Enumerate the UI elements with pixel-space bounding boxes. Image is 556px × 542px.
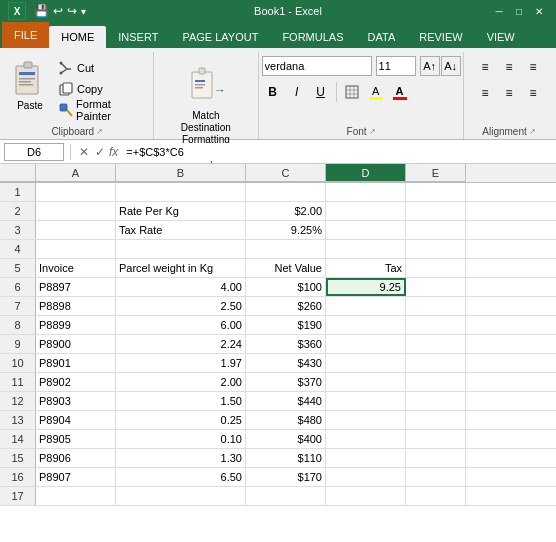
col-header-e[interactable]: E xyxy=(406,164,466,182)
align-bottom-left-button[interactable]: ≡ xyxy=(474,82,496,104)
font-name-input[interactable] xyxy=(262,56,372,76)
cut-button[interactable]: Cut xyxy=(56,58,147,78)
col-header-a[interactable]: A xyxy=(36,164,116,182)
cell-d14[interactable] xyxy=(326,430,406,448)
border-button[interactable] xyxy=(341,81,363,103)
font-size-increase-button[interactable]: A↑ xyxy=(420,56,440,76)
cell-b10[interactable]: 1.97 xyxy=(116,354,246,372)
cell-b12[interactable]: 1.50 xyxy=(116,392,246,410)
cell-e14[interactable] xyxy=(406,430,466,448)
minimize-button[interactable]: ─ xyxy=(490,3,508,19)
cell-e9[interactable] xyxy=(406,335,466,353)
cell-d5[interactable]: Tax xyxy=(326,259,406,277)
cell-a7[interactable]: P8898 xyxy=(36,297,116,315)
cell-b15[interactable]: 1.30 xyxy=(116,449,246,467)
cell-d8[interactable] xyxy=(326,316,406,334)
cell-d1[interactable] xyxy=(326,183,406,201)
cell-e5[interactable] xyxy=(406,259,466,277)
cell-c8[interactable]: $190 xyxy=(246,316,326,334)
cell-a3[interactable] xyxy=(36,221,116,239)
align-bottom-center-button[interactable]: ≡ xyxy=(498,82,520,104)
cell-e2[interactable] xyxy=(406,202,466,220)
paste-button[interactable]: Paste xyxy=(8,56,52,113)
cell-a1[interactable] xyxy=(36,183,116,201)
alignment-expand-icon[interactable]: ↗ xyxy=(529,127,536,136)
cell-d16[interactable] xyxy=(326,468,406,486)
tab-file[interactable]: FILE xyxy=(2,22,49,48)
align-bottom-right-button[interactable]: ≡ xyxy=(522,82,544,104)
cell-b9[interactable]: 2.24 xyxy=(116,335,246,353)
fill-color-button[interactable]: A xyxy=(365,81,387,103)
cell-e15[interactable] xyxy=(406,449,466,467)
cell-d12[interactable] xyxy=(326,392,406,410)
cell-d2[interactable] xyxy=(326,202,406,220)
cell-a14[interactable]: P8905 xyxy=(36,430,116,448)
cell-b3[interactable]: Tax Rate xyxy=(116,221,246,239)
cell-b11[interactable]: 2.00 xyxy=(116,373,246,391)
cell-b5[interactable]: Parcel weight in Kg xyxy=(116,259,246,277)
cell-c10[interactable]: $430 xyxy=(246,354,326,372)
cell-c17[interactable] xyxy=(246,487,326,505)
tab-view[interactable]: VIEW xyxy=(475,26,527,48)
cell-a10[interactable]: P8901 xyxy=(36,354,116,372)
cell-a16[interactable]: P8907 xyxy=(36,468,116,486)
tab-formulas[interactable]: FORMULAS xyxy=(270,26,355,48)
cell-d10[interactable] xyxy=(326,354,406,372)
cell-c5[interactable]: Net Value xyxy=(246,259,326,277)
cell-b1[interactable] xyxy=(116,183,246,201)
font-color-button[interactable]: A xyxy=(389,81,411,103)
cell-b14[interactable]: 0.10 xyxy=(116,430,246,448)
col-header-d[interactable]: D xyxy=(326,164,406,182)
cell-d11[interactable] xyxy=(326,373,406,391)
quick-access-redo[interactable]: ↪ xyxy=(67,4,77,18)
maximize-button[interactable]: □ xyxy=(510,3,528,19)
cell-e1[interactable] xyxy=(406,183,466,201)
cell-c13[interactable]: $480 xyxy=(246,411,326,429)
align-top-right-button[interactable]: ≡ xyxy=(522,56,544,78)
cell-b8[interactable]: 6.00 xyxy=(116,316,246,334)
cell-d15[interactable] xyxy=(326,449,406,467)
cell-e8[interactable] xyxy=(406,316,466,334)
cell-a13[interactable]: P8904 xyxy=(36,411,116,429)
cell-c3[interactable]: 9.25% xyxy=(246,221,326,239)
cell-a9[interactable]: P8900 xyxy=(36,335,116,353)
font-size-input[interactable] xyxy=(376,56,416,76)
cell-a12[interactable]: P8903 xyxy=(36,392,116,410)
format-painter-button[interactable]: Format Painter xyxy=(56,100,147,120)
tab-insert[interactable]: INSERT xyxy=(106,26,170,48)
cell-e10[interactable] xyxy=(406,354,466,372)
cell-b2[interactable]: Rate Per Kg xyxy=(116,202,246,220)
cell-b13[interactable]: 0.25 xyxy=(116,411,246,429)
quick-access-save[interactable]: 💾 xyxy=(34,4,49,18)
close-button[interactable]: ✕ xyxy=(530,3,548,19)
copy-button[interactable]: Copy xyxy=(56,79,147,99)
cell-c7[interactable]: $260 xyxy=(246,297,326,315)
cell-a15[interactable]: P8906 xyxy=(36,449,116,467)
cell-e17[interactable] xyxy=(406,487,466,505)
cell-c14[interactable]: $400 xyxy=(246,430,326,448)
cell-e7[interactable] xyxy=(406,297,466,315)
cell-e6[interactable] xyxy=(406,278,466,296)
cell-b4[interactable] xyxy=(116,240,246,258)
confirm-formula-button[interactable]: ✓ xyxy=(93,145,107,159)
cell-a4[interactable] xyxy=(36,240,116,258)
cell-c11[interactable]: $370 xyxy=(246,373,326,391)
tab-home[interactable]: HOME xyxy=(49,26,106,48)
italic-button[interactable]: I xyxy=(286,81,308,103)
cell-d3[interactable] xyxy=(326,221,406,239)
tab-page-layout[interactable]: PAGE LAYOUT xyxy=(170,26,270,48)
cell-b17[interactable] xyxy=(116,487,246,505)
font-size-decrease-button[interactable]: A↓ xyxy=(441,56,461,76)
fx-button[interactable]: fx xyxy=(109,145,118,159)
cell-a5[interactable]: Invoice xyxy=(36,259,116,277)
bold-button[interactable]: B xyxy=(262,81,284,103)
cell-c9[interactable]: $360 xyxy=(246,335,326,353)
tab-data[interactable]: DATA xyxy=(356,26,408,48)
cell-e12[interactable] xyxy=(406,392,466,410)
cell-d13[interactable] xyxy=(326,411,406,429)
cell-a2[interactable] xyxy=(36,202,116,220)
cell-e13[interactable] xyxy=(406,411,466,429)
align-top-left-button[interactable]: ≡ xyxy=(474,56,496,78)
cell-b6[interactable]: 4.00 xyxy=(116,278,246,296)
underline-button[interactable]: U xyxy=(310,81,332,103)
